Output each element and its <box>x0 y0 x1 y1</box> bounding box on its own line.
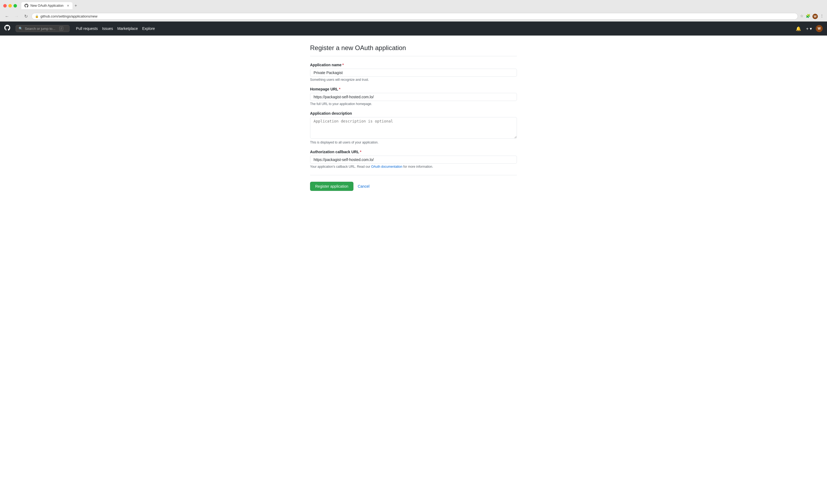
required-indicator: * <box>342 63 344 67</box>
app-name-hint: Something users will recognize and trust… <box>310 78 517 82</box>
notifications-button[interactable]: 🔔 <box>795 25 802 32</box>
user-profile-icon[interactable]: W <box>813 14 818 19</box>
search-input[interactable] <box>25 27 57 31</box>
address-bar[interactable]: 🔒 github.com/settings/applications/new <box>32 13 798 20</box>
marketplace-link[interactable]: Marketplace <box>117 27 138 31</box>
page-content: Register a new OAuth application Applica… <box>0 36 827 504</box>
main-content: Register a new OAuth application Applica… <box>306 36 521 504</box>
bookmark-icon[interactable]: ☆ <box>800 14 804 19</box>
callback-url-group: Authorization callback URL* Your applica… <box>310 150 517 168</box>
browser-titlebar: New OAuth Application ✕ + <box>3 2 824 9</box>
close-tab-button[interactable]: ✕ <box>67 4 69 7</box>
extensions-icon[interactable]: 🧩 <box>806 14 810 19</box>
homepage-url-input[interactable] <box>310 93 517 101</box>
register-application-button[interactable]: Register application <box>310 182 353 191</box>
nav-links: Pull requests Issues Marketplace Explore <box>76 27 155 31</box>
browser-chrome: New OAuth Application ✕ + ← → ↻ 🔒 github… <box>0 0 827 21</box>
search-icon: 🔍 <box>18 27 22 31</box>
back-button[interactable]: ← <box>3 13 11 19</box>
homepage-url-hint: The full URL to your application homepag… <box>310 102 517 106</box>
github-logo[interactable] <box>4 25 10 32</box>
required-indicator: * <box>360 150 361 154</box>
search-shortcut: / <box>59 27 63 31</box>
pull-requests-link[interactable]: Pull requests <box>76 27 98 31</box>
cancel-button[interactable]: Cancel <box>358 184 370 189</box>
app-name-label: Application name* <box>310 63 517 67</box>
search-box[interactable]: 🔍 / <box>16 25 69 32</box>
app-name-group: Application name* Something users will r… <box>310 63 517 82</box>
issues-link[interactable]: Issues <box>102 27 113 31</box>
callback-url-label: Authorization callback URL* <box>310 150 517 154</box>
oauth-docs-link[interactable]: OAuth documentation <box>371 165 402 168</box>
browser-toolbar: ← → ↻ 🔒 github.com/settings/applications… <box>3 11 824 21</box>
description-label: Application description <box>310 111 517 115</box>
callback-url-input[interactable] <box>310 156 517 164</box>
minimize-window-button[interactable] <box>8 4 12 7</box>
explore-link[interactable]: Explore <box>142 27 155 31</box>
url-text: github.com/settings/applications/new <box>40 14 794 18</box>
homepage-url-group: Homepage URL* The full URL to your appli… <box>310 87 517 106</box>
form-actions: Register application Cancel <box>310 182 517 191</box>
homepage-url-label: Homepage URL* <box>310 87 517 91</box>
callback-url-hint: Your application's callback URL. Read ou… <box>310 165 517 168</box>
refresh-button[interactable]: ↻ <box>22 13 29 19</box>
user-avatar[interactable]: W <box>816 25 823 32</box>
lock-icon: 🔒 <box>35 14 39 18</box>
browser-tab[interactable]: New OAuth Application ✕ <box>21 2 72 9</box>
forward-button[interactable]: → <box>13 13 20 19</box>
toolbar-icons: ☆ 🧩 W ⋮ <box>800 14 824 19</box>
github-navbar: 🔍 / Pull requests Issues Marketplace Exp… <box>0 21 827 36</box>
registration-form: Application name* Something users will r… <box>310 63 517 191</box>
favicon <box>25 4 28 7</box>
description-group: Application description This is displaye… <box>310 111 517 144</box>
close-window-button[interactable] <box>3 4 7 7</box>
traffic-lights <box>3 4 17 7</box>
app-name-input[interactable] <box>310 69 517 77</box>
page-title: Register a new OAuth application <box>310 44 517 56</box>
new-item-button[interactable]: + ▾ <box>805 25 813 32</box>
description-textarea[interactable] <box>310 117 517 139</box>
nav-right: 🔔 + ▾ W <box>795 25 823 32</box>
tab-title: New OAuth Application <box>31 4 63 7</box>
required-indicator: * <box>339 87 340 91</box>
description-hint: This is displayed to all users of your a… <box>310 141 517 144</box>
fullscreen-window-button[interactable] <box>13 4 17 7</box>
new-tab-button[interactable]: + <box>75 3 77 8</box>
menu-icon[interactable]: ⋮ <box>820 14 824 19</box>
